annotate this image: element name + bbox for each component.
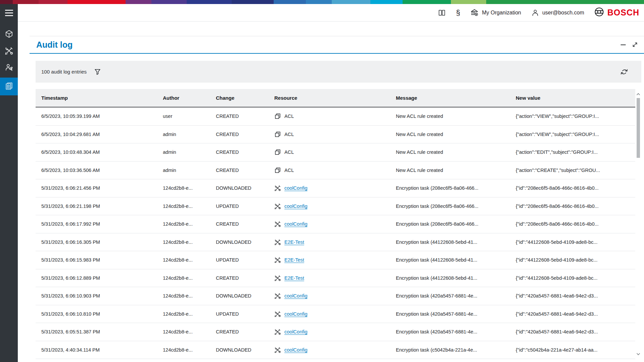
- chevron-up-icon[interactable]: [636, 91, 640, 97]
- cell-new-value: {"id":"420a5457-6881-4ea6-94e2-d3...: [516, 311, 635, 317]
- cell-resource: ACL: [274, 131, 396, 138]
- cell-resource: coolConfig: [274, 185, 396, 191]
- table-row: 5/31/2023, 6:06:16.305 PM 124cd2b8-e... …: [36, 233, 635, 252]
- cell-change: UPDATED: [216, 311, 274, 317]
- table-scrollbar[interactable]: [635, 89, 641, 359]
- audit-log-table: Timestamp Author Change Resource Message…: [36, 89, 641, 359]
- resource-name[interactable]: coolConfig: [284, 329, 308, 334]
- cell-resource: E2E-Test: [274, 275, 396, 281]
- resource-name[interactable]: coolConfig: [284, 311, 308, 317]
- sidebar-item-users[interactable]: [0, 60, 18, 77]
- resource-name[interactable]: coolConfig: [284, 203, 308, 209]
- page-title: Audit log: [36, 40, 73, 50]
- cell-author: 124cd2b8-e...: [163, 347, 216, 353]
- menu-button[interactable]: [0, 4, 18, 22]
- acl-icon: [274, 149, 281, 155]
- bosch-supergraphic: [0, 0, 644, 4]
- cell-new-value: {"action":"CREATE","subject":"GROU...: [516, 168, 635, 173]
- column-header-change: Change: [216, 95, 274, 101]
- cell-change: UPDATED: [216, 257, 274, 263]
- cell-resource: ACL: [274, 113, 396, 120]
- organization-menu[interactable]: My Organization: [470, 8, 521, 17]
- cell-change: DOWNLOADED: [216, 185, 274, 191]
- sidebar: [0, 4, 18, 362]
- cell-author: admin: [163, 168, 216, 173]
- column-header-message: Message: [396, 95, 516, 101]
- cell-change: DOWNLOADED: [216, 239, 274, 245]
- cell-new-value: {"id":"420a5457-6881-4ea6-94e2-d3...: [516, 329, 635, 334]
- user-keys-icon: [5, 63, 13, 73]
- columns-icon: [438, 9, 446, 17]
- sidebar-item-products[interactable]: [0, 26, 18, 43]
- scrollbar-thumb[interactable]: [637, 98, 640, 158]
- cell-timestamp: 5/31/2023, 6:06:10.903 PM: [41, 293, 163, 299]
- bosch-armature-icon: [594, 7, 604, 18]
- cell-timestamp: 5/31/2023, 6:05:51.387 PM: [41, 329, 163, 334]
- table-row: 5/31/2023, 4:40:34.114 PM 124cd2b8-e... …: [36, 341, 635, 359]
- minimize-button[interactable]: [620, 41, 627, 48]
- resource-name[interactable]: coolConfig: [284, 347, 308, 353]
- cell-new-value: {"id":"208ec6f5-8a06-466c-8616-4b0...: [516, 203, 635, 209]
- topbar: § My Organization user@bosch.com: [0, 4, 644, 21]
- chevron-down-icon[interactable]: [636, 351, 640, 357]
- resource-name[interactable]: E2E-Test: [284, 257, 304, 263]
- cell-change: CREATED: [216, 221, 274, 227]
- cell-resource: coolConfig: [274, 328, 396, 335]
- column-header-new-value: New value: [516, 95, 635, 101]
- tools-icon: [5, 46, 13, 56]
- cell-timestamp: 5/31/2023, 6:06:17.992 PM: [41, 221, 163, 227]
- table-row: 6/5/2023, 10:04:29.681 AM admin CREATED: [36, 126, 635, 144]
- cell-message: Encryption task (44122608-5ebd-41...: [396, 275, 516, 281]
- resource-name[interactable]: E2E-Test: [284, 275, 304, 281]
- cube-icon: [5, 30, 13, 40]
- filter-icon: [94, 68, 101, 75]
- cell-change: CREATED: [216, 168, 274, 173]
- cell-new-value: {"id":"44122608-5ebd-4109-ade8-bc...: [516, 239, 635, 245]
- cell-message: Encryption task (208ec6f5-8a06-466...: [396, 203, 516, 209]
- resource-name[interactable]: coolConfig: [284, 185, 308, 191]
- resource-name: ACL: [284, 168, 294, 173]
- sidebar-item-audit-log[interactable]: [0, 78, 18, 95]
- resource-name[interactable]: E2E-Test: [284, 239, 304, 245]
- cell-resource: coolConfig: [274, 347, 396, 353]
- table-row: 5/31/2023, 6:06:12.889 PM 124cd2b8-e... …: [36, 269, 635, 287]
- cell-message: Encryption task (44122608-5ebd-41...: [396, 257, 516, 263]
- cell-author: 124cd2b8-e...: [163, 239, 216, 245]
- cell-author: 124cd2b8-e...: [163, 275, 216, 281]
- cell-timestamp: 5/31/2023, 4:40:34.114 PM: [41, 347, 163, 353]
- layout-columns-button[interactable]: [438, 9, 446, 17]
- cell-author: 124cd2b8-e...: [163, 329, 216, 334]
- cell-timestamp: 6/5/2023, 10:04:29.681 AM: [41, 132, 163, 137]
- cell-resource: coolConfig: [274, 311, 396, 317]
- tools-icon: [274, 328, 281, 335]
- expand-button[interactable]: [631, 41, 639, 48]
- tools-icon: [274, 257, 281, 263]
- user-menu[interactable]: user@bosch.com: [531, 9, 584, 17]
- refresh-button[interactable]: [620, 67, 629, 76]
- cell-timestamp: 6/5/2023, 10:03:36.506 AM: [41, 168, 163, 173]
- cell-timestamp: 6/5/2023, 10:05:39.199 AM: [41, 114, 163, 119]
- cell-timestamp: 6/5/2023, 10:03:48.304 AM: [41, 149, 163, 155]
- sidebar-item-configurations[interactable]: [0, 43, 18, 60]
- cell-resource: coolConfig: [274, 221, 396, 227]
- bosch-logo[interactable]: BOSCH: [594, 7, 639, 18]
- tools-icon: [274, 239, 281, 245]
- table-row: 5/31/2023, 6:06:21.198 PM 124cd2b8-e... …: [36, 197, 635, 216]
- resource-name: ACL: [284, 114, 294, 119]
- tools-icon: [274, 347, 281, 353]
- cell-author: admin: [163, 132, 216, 137]
- cell-new-value: {"action":"VIEW","subject":"GROUP:I...: [516, 132, 635, 137]
- filter-button[interactable]: [94, 68, 101, 75]
- table-row: 6/5/2023, 10:03:48.304 AM admin CREATED: [36, 143, 635, 162]
- cell-author: admin: [163, 149, 216, 155]
- cell-resource: E2E-Test: [274, 239, 396, 245]
- resource-name[interactable]: coolConfig: [284, 221, 308, 227]
- cell-timestamp: 5/31/2023, 6:06:15.983 PM: [41, 257, 163, 263]
- acl-icon: [274, 113, 281, 120]
- cell-resource: coolConfig: [274, 292, 396, 299]
- cell-new-value: {"id":"208ec6f5-8a06-466c-8616-4b0...: [516, 221, 635, 227]
- table-row: 5/31/2023, 6:06:21.456 PM 124cd2b8-e... …: [36, 179, 635, 197]
- resource-name[interactable]: coolConfig: [284, 293, 308, 299]
- legal-terms-button[interactable]: §: [456, 9, 460, 16]
- cell-change: CREATED: [216, 114, 274, 119]
